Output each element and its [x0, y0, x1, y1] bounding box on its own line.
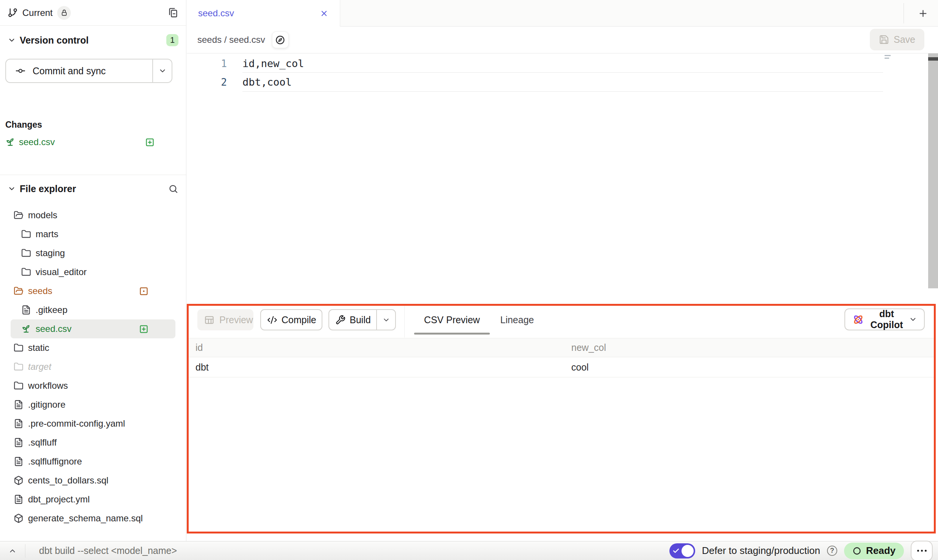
file-icon	[14, 419, 23, 429]
editor-scrollbar[interactable]	[928, 53, 938, 288]
changed-file-row[interactable]: seed.csv	[5, 133, 172, 151]
file-row-gitignore[interactable]: .gitignore	[11, 395, 175, 414]
code-line: 2 dbt,cool	[187, 73, 938, 91]
file-row-seed-csv[interactable]: seed.csv	[11, 319, 175, 338]
git-branch-icon	[8, 8, 18, 18]
file-row-gitkeep[interactable]: .gitkeep	[11, 300, 175, 319]
minimap	[885, 55, 891, 60]
file-row-models[interactable]: models	[11, 206, 175, 225]
file-row-sqlfluffignore[interactable]: .sqlfluffignore	[11, 452, 175, 471]
file-row-generate-schema-name[interactable]: generate_schema_name.sql	[11, 509, 175, 528]
build-options-dropdown[interactable]	[376, 310, 395, 330]
copilot-button-label: dbt Copilot	[869, 308, 904, 330]
commit-options-dropdown[interactable]	[152, 59, 172, 82]
compile-button[interactable]: Compile	[260, 309, 322, 330]
defer-toggle[interactable]	[669, 543, 695, 558]
file-row-staging[interactable]: staging	[11, 244, 175, 263]
search-icon[interactable]	[168, 184, 178, 194]
changes-count-badge: 1	[166, 34, 178, 46]
copy-icon[interactable]	[168, 8, 178, 18]
close-tab-icon[interactable]	[320, 9, 328, 18]
file-row-cents-to-dollars[interactable]: cents_to_dollars.sql	[11, 471, 175, 490]
folder-icon	[21, 267, 31, 277]
breadcrumb: seeds / seed.csv	[197, 34, 265, 45]
csv-preview-table: id new_col dbt cool	[189, 338, 934, 377]
build-button-label: Build	[350, 314, 371, 325]
table-row[interactable]: dbt cool	[189, 357, 934, 377]
statusbar-divider	[25, 544, 25, 558]
help-icon[interactable]: ?	[827, 546, 837, 556]
scrollbar-thumb[interactable]	[928, 57, 938, 61]
version-control-title: Version control	[20, 35, 89, 46]
file-icon	[14, 400, 23, 410]
column-header: id	[189, 342, 571, 353]
column-header: new_col	[571, 342, 934, 353]
branch-header: Current	[0, 0, 186, 26]
defer-toggle-label: Defer to staging/production	[702, 545, 820, 557]
file-row-seeds[interactable]: seeds	[11, 282, 175, 300]
chevron-down-icon	[909, 315, 917, 324]
save-button[interactable]: Save	[870, 29, 924, 50]
code-text: dbt,cool	[242, 76, 292, 88]
file-row-visual-editor[interactable]: visual_editor	[11, 263, 175, 282]
tab-lineage[interactable]: Lineage	[500, 309, 534, 330]
tabbar-divider	[904, 3, 904, 23]
file-row-marts[interactable]: marts	[11, 225, 175, 244]
editor-pane: seed.csv seeds / seed.csv Save	[187, 0, 938, 304]
dbt-copilot-button[interactable]: dbt Copilot	[844, 308, 925, 330]
check-icon	[672, 547, 680, 554]
expand-command-bar-button[interactable]	[0, 541, 25, 560]
lock-icon	[57, 6, 71, 20]
status-badge[interactable]: Ready	[844, 543, 904, 559]
toolbar-divider	[404, 306, 405, 338]
file-icon	[14, 457, 23, 466]
changed-file-name: seed.csv	[19, 137, 55, 147]
results-panel-highlighted: Preview Compile Build C	[187, 304, 936, 533]
chevron-down-icon[interactable]	[8, 36, 16, 44]
folder-icon	[21, 248, 31, 258]
command-input[interactable]: dbt build --select <model_name>	[39, 545, 177, 556]
breadcrumb-row: seeds / seed.csv Save	[187, 27, 938, 53]
code-text: id,new_col	[242, 58, 304, 69]
file-row-static[interactable]: static	[11, 338, 175, 357]
file-row-target[interactable]: target	[11, 357, 175, 376]
file-tree: models marts staging visual_editor seeds	[0, 206, 186, 528]
commit-and-sync-button[interactable]: Commit and sync	[5, 59, 172, 83]
git-commit-icon	[15, 66, 26, 76]
file-row-pre-commit-config[interactable]: .pre-commit-config.yaml	[11, 414, 175, 433]
seedling-icon	[21, 324, 31, 334]
file-row-dbt-project[interactable]: dbt_project.yml	[11, 490, 175, 509]
preview-button[interactable]: Preview	[197, 309, 253, 330]
table-icon	[204, 315, 214, 325]
version-control-section: Version control 1 Commit and sync Change…	[0, 26, 186, 175]
save-icon	[879, 34, 889, 45]
table-cell: cool	[571, 362, 934, 373]
model-cube-icon	[14, 513, 23, 523]
folder-icon	[21, 229, 31, 239]
tab-title: seed.csv	[198, 8, 234, 19]
status-circle-icon	[852, 546, 861, 555]
modified-badge-icon	[139, 286, 149, 296]
folder-open-icon	[14, 210, 23, 220]
branch-name: Current	[22, 8, 53, 18]
code-icon	[267, 315, 277, 325]
copilot-compass-icon[interactable]	[272, 31, 289, 48]
panel-toolbar: Preview Compile Build C	[189, 306, 934, 338]
changes-heading: Changes	[5, 120, 42, 130]
tab-seed-csv[interactable]: seed.csv	[187, 0, 340, 27]
chevron-down-icon[interactable]	[8, 185, 16, 193]
folder-icon	[14, 381, 23, 391]
new-tab-button[interactable]	[915, 5, 931, 22]
code-editor[interactable]: 1 id,new_col 2 dbt,cool	[187, 53, 938, 304]
tab-bar: seed.csv	[187, 0, 938, 27]
folder-open-icon	[14, 286, 23, 296]
file-row-sqlfluff[interactable]: .sqlfluff	[11, 433, 175, 452]
added-badge-icon	[145, 137, 155, 147]
build-split-button[interactable]: Build	[328, 309, 396, 330]
status-label: Ready	[866, 545, 896, 557]
file-row-workflows[interactable]: workflows	[11, 376, 175, 395]
more-options-button[interactable]	[911, 541, 933, 560]
table-cell: dbt	[189, 362, 571, 373]
dbt-copilot-icon	[852, 313, 865, 326]
tab-csv-preview[interactable]: CSV Preview	[414, 309, 490, 330]
